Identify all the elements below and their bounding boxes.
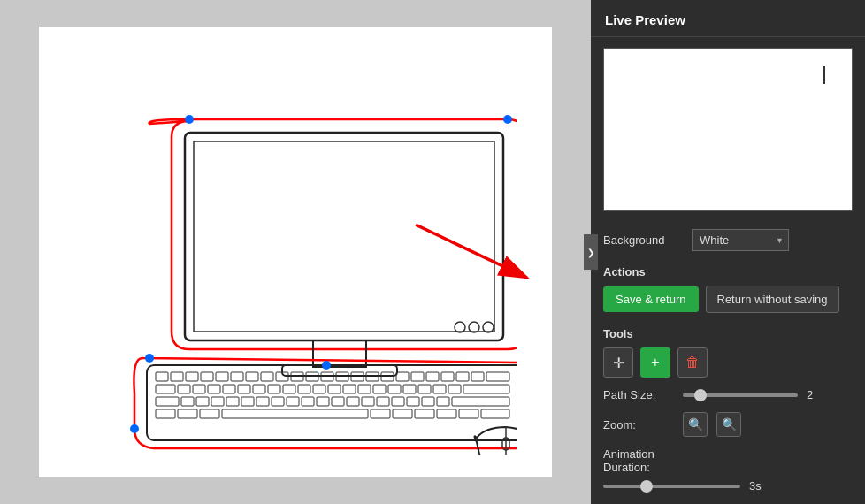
svg-rect-44 — [358, 385, 371, 393]
svg-rect-30 — [486, 372, 509, 381]
svg-rect-54 — [196, 397, 209, 406]
svg-rect-11 — [201, 372, 213, 381]
svg-rect-63 — [332, 397, 344, 406]
svg-rect-67 — [392, 397, 404, 406]
svg-rect-31 — [156, 385, 175, 393]
background-select-wrapper: White Black Transparent — [692, 229, 789, 251]
animation-row: 3s — [603, 479, 853, 493]
svg-rect-14 — [246, 372, 258, 381]
animation-duration-value: 3s — [749, 479, 767, 493]
svg-point-84 — [185, 115, 194, 124]
panel-title: Live Preview — [591, 0, 865, 37]
svg-rect-1 — [194, 141, 494, 332]
tools-label: Tools — [591, 320, 865, 344]
svg-rect-71 — [452, 397, 509, 406]
svg-rect-27 — [441, 372, 454, 381]
svg-rect-70 — [437, 397, 449, 406]
svg-rect-34 — [208, 385, 220, 393]
path-size-value: 2 — [807, 388, 824, 401]
svg-rect-48 — [418, 385, 431, 393]
svg-rect-41 — [313, 385, 325, 393]
move-icon: ✛ — [613, 355, 624, 371]
tools-row: ✛ + 🗑 — [591, 344, 865, 385]
canvas-content — [39, 27, 552, 477]
svg-rect-69 — [422, 397, 434, 406]
svg-rect-62 — [317, 397, 329, 406]
zoom-label: Zoom: — [603, 418, 674, 431]
save-return-button[interactable]: Save & return — [603, 286, 699, 312]
svg-rect-72 — [156, 409, 175, 418]
svg-rect-58 — [256, 397, 269, 406]
svg-rect-74 — [200, 409, 219, 418]
svg-rect-36 — [238, 385, 250, 393]
svg-rect-53 — [181, 397, 194, 406]
svg-rect-15 — [261, 372, 273, 381]
move-tool-button[interactable]: ✛ — [603, 347, 633, 378]
svg-rect-40 — [298, 385, 310, 393]
path-size-label: Path Size: — [603, 388, 674, 401]
svg-rect-50 — [448, 385, 461, 393]
background-select[interactable]: White Black Transparent — [692, 229, 789, 251]
svg-rect-26 — [426, 372, 439, 381]
add-point-tool-button[interactable]: + — [640, 347, 670, 378]
svg-rect-35 — [223, 385, 235, 393]
actions-row: Save & return Return without saving — [591, 282, 865, 320]
background-label: Background — [603, 233, 683, 247]
svg-rect-66 — [377, 397, 389, 406]
svg-rect-38 — [268, 385, 280, 393]
svg-rect-79 — [437, 409, 456, 418]
trash-icon: 🗑 — [685, 355, 700, 370]
svg-rect-10 — [186, 372, 198, 381]
canvas-area — [0, 0, 591, 504]
actions-label: Actions — [591, 258, 865, 282]
path-size-slider[interactable] — [683, 393, 798, 397]
svg-rect-8 — [156, 372, 168, 381]
svg-rect-46 — [388, 385, 401, 393]
svg-rect-39 — [283, 385, 295, 393]
svg-rect-42 — [328, 385, 341, 393]
svg-rect-56 — [226, 397, 239, 406]
svg-rect-32 — [178, 385, 190, 393]
svg-point-85 — [503, 115, 512, 124]
animation-label: Animation Duration: — [603, 447, 853, 474]
svg-rect-80 — [459, 409, 478, 418]
zoom-out-icon: 🔍 — [722, 417, 737, 431]
svg-point-92 — [322, 361, 331, 370]
svg-rect-73 — [178, 409, 197, 418]
svg-rect-29 — [471, 372, 484, 381]
preview-cursor — [823, 66, 825, 84]
svg-rect-47 — [403, 385, 416, 393]
svg-rect-65 — [362, 397, 374, 406]
svg-rect-24 — [396, 372, 409, 381]
svg-rect-49 — [433, 385, 446, 393]
svg-point-86 — [145, 354, 154, 363]
svg-rect-81 — [481, 409, 509, 418]
zoom-in-icon: 🔍 — [688, 417, 703, 431]
zoom-in-button[interactable]: 🔍 — [683, 412, 708, 437]
svg-rect-45 — [373, 385, 386, 393]
collapse-panel-button[interactable]: ❯ — [584, 234, 598, 270]
svg-rect-68 — [407, 397, 419, 406]
svg-rect-43 — [343, 385, 356, 393]
svg-rect-37 — [253, 385, 265, 393]
svg-rect-13 — [231, 372, 243, 381]
zoom-out-button[interactable]: 🔍 — [716, 412, 741, 437]
return-without-saving-button[interactable]: Return without saving — [706, 286, 839, 313]
svg-rect-60 — [287, 397, 299, 406]
svg-rect-59 — [272, 397, 284, 406]
svg-rect-78 — [415, 409, 434, 418]
animation-duration-slider[interactable] — [603, 485, 740, 488]
svg-rect-57 — [241, 397, 254, 406]
live-preview-box — [603, 48, 853, 211]
svg-point-88 — [130, 424, 139, 433]
svg-rect-28 — [456, 372, 469, 381]
svg-rect-33 — [193, 385, 205, 393]
background-row: Background White Black Transparent — [591, 222, 865, 258]
svg-rect-61 — [302, 397, 314, 406]
svg-rect-77 — [393, 409, 412, 418]
animation-section: Animation Duration: 3s — [591, 444, 865, 500]
add-icon: + — [651, 355, 659, 370]
svg-rect-25 — [411, 372, 424, 381]
delete-tool-button[interactable]: 🗑 — [677, 347, 708, 378]
svg-rect-2 — [313, 340, 366, 367]
